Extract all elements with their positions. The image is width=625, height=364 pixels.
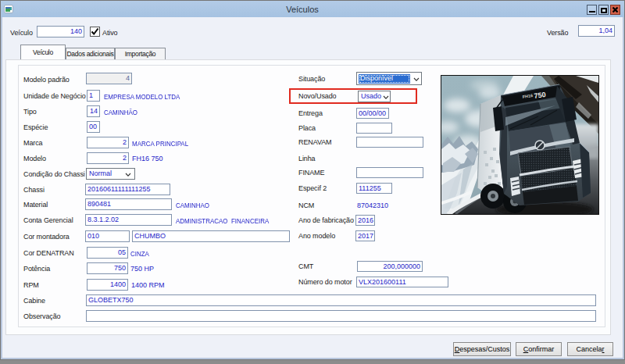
svg-text:750: 750 (534, 91, 546, 100)
